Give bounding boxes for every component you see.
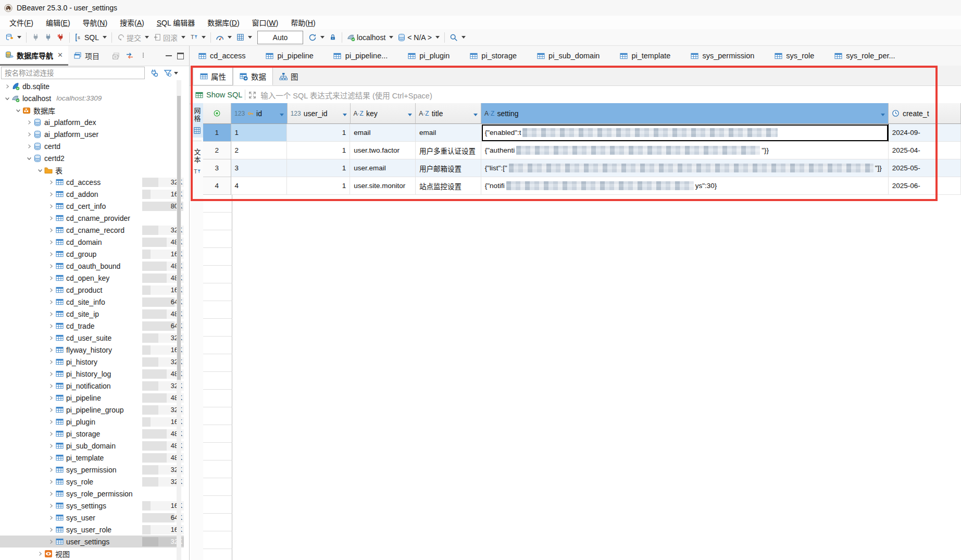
- transaction-filter-button[interactable]: T: [188, 32, 208, 43]
- chevron-right-icon[interactable]: [48, 455, 54, 461]
- empty-row-header[interactable]: [203, 478, 232, 496]
- tree-item-db.sqlite[interactable]: db.sqlite: [0, 80, 184, 92]
- tab-diagram[interactable]: 图: [273, 67, 305, 85]
- cell-title[interactable]: 用户邮箱设置: [416, 159, 481, 177]
- cell-title[interactable]: 站点监控设置: [416, 177, 481, 195]
- tab-properties[interactable]: 属性: [193, 67, 233, 85]
- empty-row-header[interactable]: [203, 230, 232, 248]
- chevron-right-icon[interactable]: [48, 239, 54, 245]
- link-with-editor-icon[interactable]: [126, 52, 134, 60]
- empty-row-header[interactable]: [203, 549, 232, 560]
- row-header[interactable]: 3: [203, 159, 231, 177]
- tree-item-cd_site_ip[interactable]: cd_site_ip48K: [0, 308, 184, 320]
- cell-title[interactable]: email: [416, 124, 481, 142]
- tree-item-cd_group[interactable]: cd_group16K: [0, 248, 184, 260]
- refresh-button[interactable]: [306, 32, 327, 43]
- chevron-right-icon[interactable]: [48, 539, 54, 545]
- chevron-right-icon[interactable]: [48, 383, 54, 389]
- row-header[interactable]: 2: [203, 142, 231, 159]
- column-filter-dropdown[interactable]: [278, 109, 284, 118]
- chevron-down-icon[interactable]: [37, 167, 43, 173]
- chevron-right-icon[interactable]: [48, 299, 54, 305]
- menu-item[interactable]: 导航(N): [77, 16, 114, 29]
- tree-item-cd_product[interactable]: cd_product16K: [0, 284, 184, 296]
- editor-tab-pi_pipeline[interactable]: pi_pipeline...: [333, 52, 388, 60]
- editor-tab-pi_template[interactable]: pi_template: [619, 52, 670, 60]
- column-filter-dropdown[interactable]: [879, 109, 885, 118]
- reconnect-button[interactable]: [42, 32, 54, 43]
- column-filter-dropdown[interactable]: [406, 109, 412, 118]
- menu-item[interactable]: 文件(F): [3, 16, 40, 29]
- chevron-right-icon[interactable]: [48, 419, 54, 425]
- tree-item-user_settings[interactable]: user_settings32K: [0, 536, 184, 547]
- empty-row-header[interactable]: [203, 301, 232, 319]
- column-header-key[interactable]: A·Zkey: [351, 103, 416, 124]
- tab-data[interactable]: 数据: [233, 67, 273, 85]
- empty-row-header[interactable]: [203, 514, 232, 531]
- chevron-right-icon[interactable]: [48, 527, 54, 533]
- active-schema-combo[interactable]: < N/A >: [395, 32, 442, 43]
- presentation-grid-toggle[interactable]: 网格: [191, 103, 203, 138]
- empty-row-header[interactable]: [203, 443, 232, 461]
- cell-create-time[interactable]: 2025-05-: [889, 159, 961, 177]
- empty-row-header[interactable]: [203, 390, 232, 407]
- collapse-all-icon[interactable]: [112, 52, 120, 60]
- cell-user-id[interactable]: 1: [287, 177, 350, 195]
- cell-key[interactable]: user.site.monitor: [350, 177, 416, 195]
- tree-item-localhost[interactable]: localhostlocalhost:3309: [0, 92, 184, 104]
- column-header-id[interactable]: 123id: [231, 103, 288, 124]
- minimize-view-icon[interactable]: [166, 55, 172, 56]
- editor-tab-sys_permission[interactable]: sys_permission: [690, 52, 754, 60]
- chevron-right-icon[interactable]: [48, 359, 54, 365]
- editor-tab-sys_role[interactable]: sys_role: [774, 52, 814, 60]
- column-filter-dropdown[interactable]: [341, 109, 347, 118]
- view-menu-icon[interactable]: [139, 52, 147, 60]
- tree-item-表[interactable]: 表: [0, 164, 184, 176]
- chevron-right-icon[interactable]: [26, 119, 32, 126]
- cell-setting[interactable]: {"authenti"}}: [481, 142, 889, 159]
- column-header-setting[interactable]: A·Zsetting: [481, 103, 889, 124]
- tab-projects[interactable]: 项目: [68, 46, 105, 66]
- sql-filter-placeholder[interactable]: 输入一个 SQL 表达式来过滤结果 (使用 Ctrl+Space): [260, 90, 432, 101]
- empty-row-header[interactable]: [203, 319, 232, 337]
- tree-item-sys_permission[interactable]: sys_permission32K: [0, 464, 184, 476]
- cell-title[interactable]: 用户多重认证设置: [416, 142, 481, 159]
- editor-tab-pi_sub_domain[interactable]: pi_sub_domain: [536, 52, 600, 60]
- empty-row-header[interactable]: [203, 425, 232, 443]
- search-button[interactable]: [447, 32, 468, 43]
- tree-item-pi_history[interactable]: pi_history32K: [0, 356, 184, 368]
- tree-item-cd_addon[interactable]: cd_addon16K: [0, 188, 184, 200]
- tree-item-cd_user_suite[interactable]: cd_user_suite32K: [0, 332, 184, 344]
- editor-tab-pi_pipeline[interactable]: pi_pipeline: [266, 52, 314, 60]
- lock-button[interactable]: [327, 32, 339, 43]
- chevron-right-icon[interactable]: [26, 143, 32, 150]
- sidebar-scrollbar[interactable]: [177, 80, 181, 560]
- cell-setting[interactable]: {"enabled":t: [481, 124, 889, 142]
- performance-button[interactable]: [214, 32, 234, 43]
- chevron-down-icon[interactable]: [26, 155, 32, 161]
- cell-key[interactable]: user.email: [350, 159, 416, 177]
- editor-tab-cd_access[interactable]: cd_access: [198, 52, 246, 60]
- tree-item-pi_pipeline_group[interactable]: pi_pipeline_group32K: [0, 404, 184, 416]
- tree-item-sys_role[interactable]: sys_role32K: [0, 476, 184, 488]
- chevron-right-icon[interactable]: [48, 275, 54, 281]
- commit-button[interactable]: 提交: [115, 31, 151, 44]
- menu-item[interactable]: 数据库(D): [201, 16, 245, 29]
- connection-filter-input[interactable]: [1, 67, 145, 79]
- chevron-right-icon[interactable]: [48, 251, 54, 257]
- chevron-right-icon[interactable]: [48, 215, 54, 221]
- tree-item-cd_domain[interactable]: cd_domain48K: [0, 236, 184, 248]
- grid-corner-cell[interactable]: [203, 103, 231, 124]
- chevron-right-icon[interactable]: [48, 335, 54, 341]
- chevron-right-icon[interactable]: [48, 287, 54, 293]
- tree-item-sys_user[interactable]: sys_user64K: [0, 512, 184, 524]
- editor-tab-pi_plugin[interactable]: pi_plugin: [407, 52, 450, 60]
- tree-item-pi_pipeline[interactable]: pi_pipeline48K: [0, 392, 184, 404]
- tree-item-cd_access[interactable]: cd_access32K: [0, 176, 184, 188]
- cell-create-time[interactable]: 2024-09-: [889, 124, 961, 142]
- connected-filter-icon[interactable]: [150, 69, 158, 77]
- empty-row-header[interactable]: [203, 266, 232, 283]
- menu-item[interactable]: 帮助(H): [284, 16, 321, 29]
- chevron-right-icon[interactable]: [48, 467, 54, 473]
- tree-item-cd_trade[interactable]: cd_trade64K: [0, 320, 184, 332]
